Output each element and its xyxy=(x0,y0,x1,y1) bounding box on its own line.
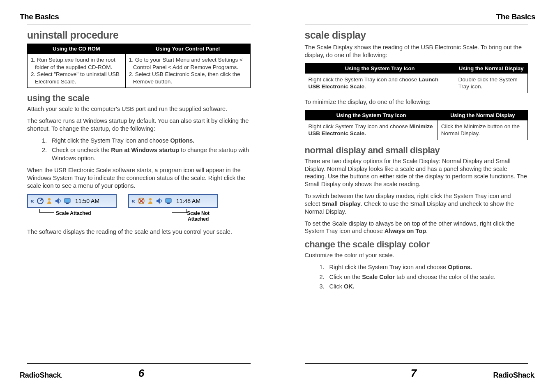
td-minimize-tray: Right click System Tray icon and choose … xyxy=(305,120,438,140)
td-launch: Right click the System Tray icon and cho… xyxy=(305,73,455,93)
cp-step2: 2. Select USB Electronic Scale, then cli… xyxy=(129,71,247,85)
header-left: The Basics xyxy=(20,12,258,21)
svg-point-9 xyxy=(149,198,152,201)
p-scaledisp: The Scale Display shows the reading of t… xyxy=(305,44,528,59)
p-customize: Customize the color of your scale. xyxy=(305,251,528,259)
tray-notattached: « 11:48 AM xyxy=(128,194,218,208)
svg-rect-5 xyxy=(66,203,69,204)
li-color-ok: Click OK. xyxy=(326,283,528,291)
td-cdrom: 1. Run Setup.exe found in the root folde… xyxy=(28,54,126,88)
th-controlpanel: Using Your Control Panel xyxy=(125,44,250,54)
svg-line-1 xyxy=(40,199,42,201)
person-icon xyxy=(147,197,154,205)
th-systray2: Using the System Tray Icon xyxy=(305,110,438,120)
p-attach: Attach your scale to the computer's USB … xyxy=(27,105,251,113)
heading-change-color: change the scale display color xyxy=(305,239,528,250)
header-right: The Basics xyxy=(297,12,536,21)
person-icon xyxy=(46,197,53,205)
caption-row: Scale Attached Scale NotAttached xyxy=(27,210,251,222)
list-startup: Right click the System Tray icon and cho… xyxy=(27,137,251,163)
scale-crossed-icon xyxy=(138,197,145,205)
p-alwaysontop: To set the Scale display to always be on… xyxy=(305,220,528,235)
svg-rect-4 xyxy=(64,198,70,203)
p-minimize: To minimize the display, do one of the f… xyxy=(305,98,528,106)
table-uninstall: Using the CD ROM Using Your Control Pane… xyxy=(27,44,251,88)
heading-uninstall: uninstall procedure xyxy=(27,29,251,41)
heading-using-scale: using the scale xyxy=(27,93,251,104)
heading-normal-small: normal display and small display xyxy=(305,145,528,156)
td-minimize-btn: Click the Minimize button on the Normal … xyxy=(438,120,527,140)
page-right: The Basics scale display The Scale Displ… xyxy=(278,0,555,392)
content-left: uninstall procedure Using the CD ROM Usi… xyxy=(20,25,258,360)
li-runatstartup: Check or uncheck the Run at Windows star… xyxy=(48,146,251,162)
th-normal2: Using the Normal Display xyxy=(438,110,527,120)
cp-step1: 1. Go to your Start Menu and select Sett… xyxy=(129,56,247,71)
page-num-right: 7 xyxy=(411,367,417,380)
svg-marker-3 xyxy=(55,198,59,204)
table-minimize: Using the System Tray Icon Using the Nor… xyxy=(305,110,528,140)
caption-notattached: Scale NotAttached xyxy=(128,210,218,222)
display-icon xyxy=(64,197,71,205)
li-options: Right click the System Tray icon and cho… xyxy=(48,137,251,145)
tray-time-attached: 11:50 AM xyxy=(75,198,99,204)
footer-right: 7 RadioShack. xyxy=(297,367,536,380)
th-cdrom: Using the CD ROM xyxy=(28,44,126,54)
li-color-tab: Click on the Scale Color tab and choose … xyxy=(326,273,528,281)
volume-icon xyxy=(156,197,163,205)
svg-rect-12 xyxy=(167,203,170,204)
p-switch: To switch between the two display modes,… xyxy=(305,192,528,216)
brand-left: RadioShack. xyxy=(20,371,62,380)
p-displays-reading: The software displays the reading of the… xyxy=(27,228,251,236)
tray-attached: « 11:50 AM xyxy=(27,194,117,208)
p-dispoptions: There are two display options for the Sc… xyxy=(305,157,528,188)
heading-scale-display: scale display xyxy=(305,29,528,41)
svg-point-2 xyxy=(48,198,51,201)
p-startup: The software runs at Windows startup by … xyxy=(27,117,251,133)
tray-time-notattached: 11:48 AM xyxy=(176,198,200,204)
page-left: The Basics uninstall procedure Using the… xyxy=(0,0,278,392)
td-doubleclick: Double click the System Tray icon. xyxy=(455,73,527,93)
svg-marker-10 xyxy=(157,198,160,204)
list-color: Right click the System Tray icon and cho… xyxy=(305,263,528,291)
footer-left: RadioShack. 6 xyxy=(20,367,258,380)
cdrom-step1: 1. Run Setup.exe found in the root folde… xyxy=(31,56,122,71)
svg-rect-11 xyxy=(166,198,171,203)
caption-attached: Scale Attached xyxy=(27,210,117,222)
page-num-left: 6 xyxy=(138,367,144,380)
cdrom-step2: 2. Select "Remove" to uninstall USB Elec… xyxy=(31,71,122,85)
content-right: scale display The Scale Display shows th… xyxy=(297,25,536,360)
th-normal1: Using the Normal Display xyxy=(455,63,527,73)
tray-row: « 11:50 AM « xyxy=(27,194,251,208)
volume-icon xyxy=(55,197,62,205)
chevron-icon: « xyxy=(131,197,135,205)
chevron-icon: « xyxy=(30,197,34,205)
td-controlpanel: 1. Go to your Start Menu and select Sett… xyxy=(125,54,250,88)
li-color-options: Right click the System Tray icon and cho… xyxy=(326,263,528,272)
th-systray1: Using the System Tray Icon xyxy=(305,63,455,73)
p-trayicon: When the USB Electronic Scale software s… xyxy=(27,166,251,190)
scale-icon xyxy=(37,197,44,205)
display-icon xyxy=(165,197,172,205)
table-bringout: Using the System Tray Icon Using the Nor… xyxy=(305,63,528,93)
brand-right: RadioShack. xyxy=(493,371,535,380)
